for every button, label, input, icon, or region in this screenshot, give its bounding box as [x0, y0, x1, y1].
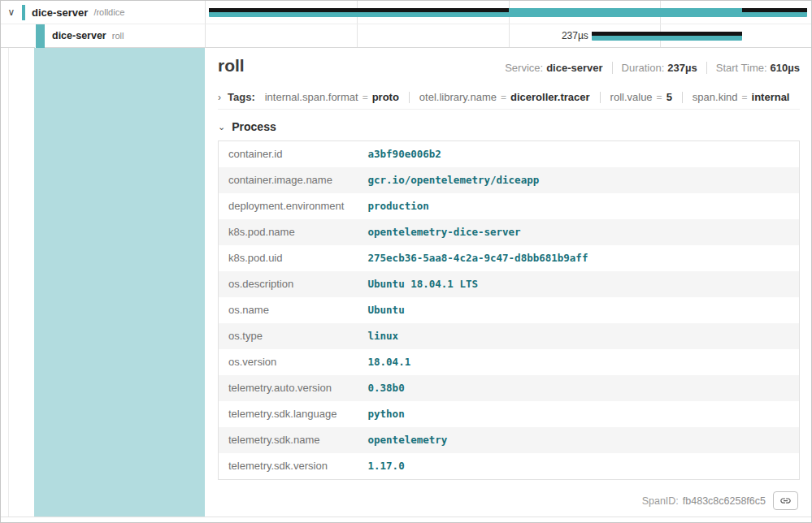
process-row: telemetry.sdk.language python: [219, 401, 800, 427]
process-row: container.id a3bf90e006b2: [219, 141, 800, 168]
duration-label: Duration:: [622, 62, 665, 74]
process-row: k8s.pod.name opentelemetry-dice-server: [219, 219, 800, 245]
tag-summary-item: internal.span.format = proto: [265, 91, 399, 103]
process-key: telemetry.sdk.name: [219, 427, 358, 453]
equals-sign: =: [501, 92, 506, 103]
trace-detail-view: ∨ dice-server /rolldice dice-server roll…: [0, 0, 812, 523]
service-color-bar: [35, 24, 45, 48]
critical-path-segment: [742, 8, 807, 12]
tag-key: internal.span.format: [265, 91, 358, 103]
spanid-value: fb483c8c6258f6c5: [683, 495, 766, 507]
divider: [600, 92, 601, 103]
span-meta: Service: dice-server Duration: 237µs Sta…: [505, 62, 800, 74]
tag-value: internal: [752, 91, 790, 103]
divider: [409, 92, 410, 103]
process-value: python: [358, 401, 800, 427]
chevron-down-icon: ⌄: [218, 122, 225, 132]
equals-sign: =: [363, 92, 368, 103]
process-row: os.description Ubuntu 18.04.1 LTS: [219, 271, 800, 297]
process-value: 1.17.0: [358, 453, 800, 480]
divider: [706, 62, 707, 74]
process-key: telemetry.sdk.version: [219, 453, 358, 480]
operation-name: roll: [112, 31, 124, 41]
span-row-roll[interactable]: dice-server roll 237µs: [1, 24, 811, 48]
tag-key: span.kind: [693, 91, 738, 103]
tag-key: otel.library.name: [419, 91, 497, 103]
start-time-value: 610µs: [771, 62, 800, 74]
process-key: telemetry.sdk.language: [219, 401, 358, 427]
process-row: os.name Ubuntu: [219, 297, 800, 323]
tag-value: 5: [667, 91, 672, 103]
span-timeline-cell[interactable]: [206, 1, 811, 24]
detail-header: roll Service: dice-server Duration: 237µ…: [218, 56, 800, 76]
tag-summary-item: otel.library.name = diceroller.tracer: [419, 91, 590, 103]
span-row-rolldice[interactable]: ∨ dice-server /rolldice: [1, 1, 811, 24]
bottom-strip: [1, 517, 811, 522]
service-name: dice-server: [52, 30, 106, 41]
operation-name: /rolldice: [93, 7, 124, 17]
chevron-right-icon: ›: [218, 92, 221, 103]
process-key: k8s.pod.name: [219, 219, 358, 245]
process-value: Ubuntu 18.04.1 LTS: [358, 271, 800, 297]
span-title: roll: [218, 56, 245, 76]
process-key: os.type: [219, 323, 358, 349]
equals-sign: =: [742, 92, 748, 103]
tag-key: roll.value: [610, 91, 653, 103]
process-row: deployment.environment production: [219, 193, 800, 219]
process-value: a3bf90e006b2: [358, 141, 800, 168]
duration-value: 237µs: [667, 62, 697, 74]
collapse-children-icon[interactable]: ∨: [1, 6, 22, 18]
process-key: os.description: [219, 271, 358, 297]
spanid-label: SpanID:: [642, 495, 679, 507]
detail-footer: SpanID: fb483c8c6258f6c5: [218, 484, 800, 517]
process-row: telemetry.sdk.name opentelemetry: [219, 427, 800, 453]
span-detail-panel: roll Service: dice-server Duration: 237µ…: [205, 48, 811, 517]
process-row: os.version 18.04.1: [219, 349, 800, 375]
process-table: container.id a3bf90e006b2 container.imag…: [218, 140, 800, 480]
process-value: opentelemetry: [358, 427, 800, 453]
process-value: production: [358, 193, 800, 219]
divider: [612, 62, 613, 74]
tag-value: proto: [372, 91, 399, 103]
process-key: deployment.environment: [219, 193, 358, 219]
tag-summary-item: span.kind = internal: [693, 91, 790, 103]
start-time-label: Start Time:: [716, 62, 767, 74]
process-row: k8s.pod.uid 275ecb36-5aa8-4c2a-9c47-d8bb…: [219, 245, 800, 271]
process-key: container.id: [219, 141, 358, 168]
process-row: os.type linux: [219, 323, 800, 349]
span-timeline-cell[interactable]: 237µs: [206, 24, 811, 48]
process-row: container.image.name gcr.io/opentelemetr…: [219, 167, 800, 193]
process-value: 275ecb36-5aa8-4c2a-9c47-d8bb681b9aff: [358, 245, 800, 271]
process-key: telemetry.auto.version: [219, 375, 358, 401]
critical-path-segment: [209, 8, 510, 12]
service-value: dice-server: [546, 62, 602, 74]
tags-accordion[interactable]: › Tags: internal.span.format = proto ote…: [218, 85, 800, 110]
tag-value: diceroller.tracer: [510, 91, 590, 103]
span-name-cell[interactable]: ∨ dice-server /rolldice: [1, 1, 206, 24]
process-value: opentelemetry-dice-server: [358, 219, 800, 245]
divider: [682, 92, 683, 103]
service-label: Service:: [505, 62, 543, 74]
process-value: linux: [358, 323, 800, 349]
process-accordion[interactable]: ⌄ Process: [218, 120, 800, 133]
left-gutter: [1, 48, 9, 517]
equals-sign: =: [657, 92, 662, 103]
link-icon: [779, 495, 792, 507]
process-label: Process: [232, 120, 276, 133]
process-value: Ubuntu: [358, 297, 800, 323]
process-key: k8s.pod.uid: [219, 245, 358, 271]
process-value: 0.38b0: [358, 375, 800, 401]
critical-path-segment: [592, 32, 742, 36]
span-name-cell[interactable]: dice-server roll: [1, 24, 206, 48]
process-key: os.name: [219, 297, 358, 323]
indent-gutter: [9, 48, 34, 517]
span-detail-row: roll Service: dice-server Duration: 237µ…: [1, 48, 811, 517]
process-row: telemetry.auto.version 0.38b0: [219, 375, 800, 401]
service-color-bar: [22, 5, 25, 20]
tag-summary-item: roll.value = 5: [610, 91, 672, 103]
process-key: container.image.name: [219, 167, 358, 193]
tags-label: Tags:: [228, 91, 255, 103]
process-key: os.version: [219, 349, 358, 375]
deep-link-button[interactable]: [773, 491, 798, 510]
process-row: telemetry.sdk.version 1.17.0: [219, 453, 800, 480]
